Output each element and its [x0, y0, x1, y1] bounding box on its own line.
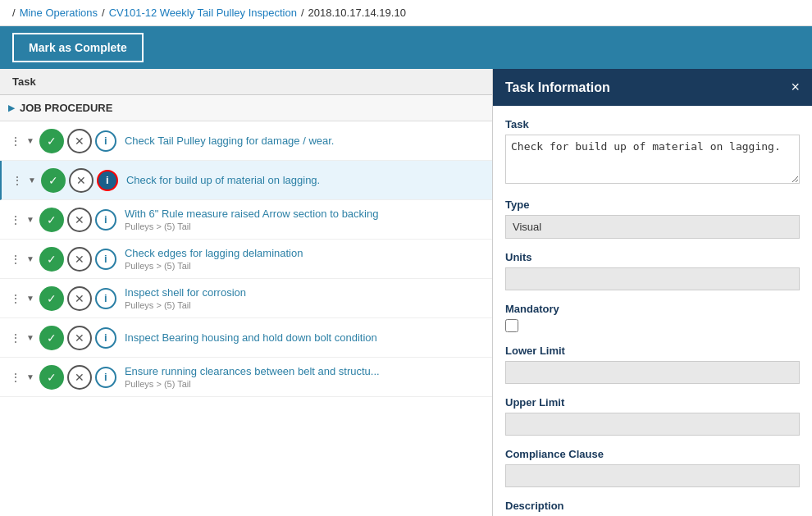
row-actions: ⋮ ▼: [10, 172, 38, 189]
task-info-panel: Task Information × Task Type Visual Unit…: [492, 69, 812, 516]
info-button[interactable]: i: [95, 209, 116, 231]
cancel-button[interactable]: ✕: [67, 208, 92, 232]
task-text-block: Check Tail Pulley lagging for damage / w…: [120, 135, 484, 147]
task-field-input[interactable]: [505, 135, 800, 184]
dropdown-icon[interactable]: ▼: [25, 371, 36, 383]
units-field-value: [505, 267, 800, 290]
mandatory-checkbox-container: [505, 319, 800, 332]
section-header: ▶ JOB PROCEDURE: [0, 95, 492, 121]
upper-limit-value: [505, 413, 800, 436]
check-button[interactable]: ✓: [39, 129, 64, 153]
dropdown-icon[interactable]: ▼: [25, 253, 36, 265]
mark-complete-button[interactable]: Mark as Complete: [12, 33, 144, 62]
check-button[interactable]: ✓: [39, 365, 64, 390]
task-main-text: Inspect shell for corrosion: [125, 286, 479, 299]
info-button[interactable]: i: [95, 249, 116, 270]
cancel-button[interactable]: ✕: [67, 129, 92, 153]
breadcrumb-date: 2018.10.17.14.19.10: [308, 7, 406, 19]
dropdown-icon[interactable]: ▼: [25, 292, 36, 304]
info-button[interactable]: i: [95, 130, 116, 152]
task-row: ⋮ ▼ ✓ ✕ i Check for build up of material…: [0, 161, 492, 200]
panel-body: Task Type Visual Units Mandatory: [493, 106, 812, 516]
task-row: ⋮ ▼ ✓ ✕ i Inspect shell for corrosion Pu…: [0, 279, 492, 318]
panel-close-button[interactable]: ×: [791, 79, 800, 96]
check-button[interactable]: ✓: [39, 326, 64, 350]
task-text-block: Ensure running clearances between belt a…: [120, 365, 484, 389]
breadcrumb-sep-2: /: [301, 7, 304, 19]
info-button[interactable]: i: [95, 327, 116, 349]
task-sub-text: Pulleys > (5) Tail: [125, 261, 479, 271]
task-text-block: Check edges for lagging delamination Pul…: [120, 247, 484, 271]
dropdown-icon[interactable]: ▼: [25, 331, 36, 344]
dots-icon[interactable]: ⋮: [8, 290, 23, 307]
compliance-clause-value: [505, 464, 800, 487]
units-field-label: Units: [505, 251, 800, 263]
dots-icon[interactable]: ⋮: [8, 251, 23, 267]
task-row: ⋮ ▼ ✓ ✕ i With 6" Rule measure raised Ar…: [0, 200, 492, 240]
main-layout: Task ▶ JOB PROCEDURE ⋮ ▼ ✓ ✕ i Check Tai…: [0, 69, 812, 516]
check-button[interactable]: ✓: [39, 286, 64, 311]
dots-icon[interactable]: ⋮: [10, 172, 25, 189]
task-field-label: Task: [505, 118, 800, 130]
breadcrumb-sep-1: /: [102, 7, 105, 19]
description-label: Description: [505, 500, 800, 512]
compliance-clause-label: Compliance Clause: [505, 448, 800, 460]
dropdown-icon[interactable]: ▼: [26, 174, 38, 186]
task-rows-container: ⋮ ▼ ✓ ✕ i Check Tail Pulley lagging for …: [0, 121, 492, 397]
type-field-value: Visual: [505, 215, 800, 239]
dropdown-icon[interactable]: ▼: [25, 135, 36, 147]
task-list-area: Task ▶ JOB PROCEDURE ⋮ ▼ ✓ ✕ i Check Tai…: [0, 69, 492, 516]
row-actions: ⋮ ▼: [8, 133, 36, 149]
task-main-text: Inspect Bearing housing and hold down bo…: [125, 331, 479, 344]
row-actions: ⋮ ▼: [8, 369, 36, 386]
mandatory-field-label: Mandatory: [505, 303, 800, 315]
description-field-group: Description: [505, 500, 800, 512]
mandatory-field-group: Mandatory: [505, 303, 800, 332]
units-field-group: Units: [505, 251, 800, 290]
cancel-button[interactable]: ✕: [67, 247, 92, 272]
cancel-button[interactable]: ✕: [67, 326, 92, 350]
section-label: JOB PROCEDURE: [20, 102, 112, 114]
dropdown-icon[interactable]: ▼: [25, 213, 36, 226]
toolbar: Mark as Complete: [0, 26, 812, 69]
info-button[interactable]: i: [97, 170, 118, 191]
info-button[interactable]: i: [95, 367, 116, 388]
dots-icon[interactable]: ⋮: [8, 369, 23, 386]
task-sub-text: Pulleys > (5) Tail: [125, 300, 479, 310]
check-button[interactable]: ✓: [41, 168, 66, 193]
row-actions: ⋮ ▼: [8, 212, 36, 228]
task-row: ⋮ ▼ ✓ ✕ i Inspect Bearing housing and ho…: [0, 318, 492, 358]
task-main-text: Check Tail Pulley lagging for damage / w…: [125, 135, 479, 147]
mandatory-checkbox[interactable]: [505, 319, 518, 332]
info-button[interactable]: i: [95, 288, 116, 309]
dots-icon[interactable]: ⋮: [8, 212, 23, 228]
dots-icon[interactable]: ⋮: [8, 330, 23, 346]
check-button[interactable]: ✓: [39, 208, 64, 232]
breadcrumb-mine-operations[interactable]: Mine Operations: [20, 7, 98, 19]
task-text-block: Inspect shell for corrosion Pulleys > (5…: [120, 286, 484, 310]
task-text-block: Inspect Bearing housing and hold down bo…: [120, 331, 484, 344]
task-main-text: Check edges for lagging delamination: [125, 247, 479, 259]
compliance-clause-field-group: Compliance Clause: [505, 448, 800, 487]
task-text-block: Check for build up of material on laggin…: [121, 174, 484, 186]
upper-limit-field-group: Upper Limit: [505, 396, 800, 436]
panel-title: Task Information: [505, 80, 610, 95]
type-field-label: Type: [505, 199, 800, 211]
task-list-header: Task: [0, 69, 492, 95]
lower-limit-field-group: Lower Limit: [505, 345, 800, 384]
breadcrumb-inspection[interactable]: CV101-12 Weekly Tail Pulley Inspection: [109, 7, 297, 19]
cancel-button[interactable]: ✕: [67, 365, 92, 390]
cancel-button[interactable]: ✕: [69, 168, 94, 193]
lower-limit-value: [505, 361, 800, 384]
task-text-block: With 6" Rule measure raised Arrow sectio…: [120, 208, 484, 231]
section-collapse-icon[interactable]: ▶: [8, 103, 15, 112]
task-field-group: Task: [505, 118, 800, 186]
dots-icon[interactable]: ⋮: [8, 133, 23, 149]
task-main-text: Check for build up of material on laggin…: [126, 174, 479, 186]
cancel-button[interactable]: ✕: [67, 286, 92, 311]
upper-limit-label: Upper Limit: [505, 396, 800, 409]
task-main-text: Ensure running clearances between belt a…: [125, 365, 479, 377]
type-field-group: Type Visual: [505, 199, 800, 239]
check-button[interactable]: ✓: [39, 247, 64, 272]
task-sub-text: Pulleys > (5) Tail: [125, 379, 479, 389]
